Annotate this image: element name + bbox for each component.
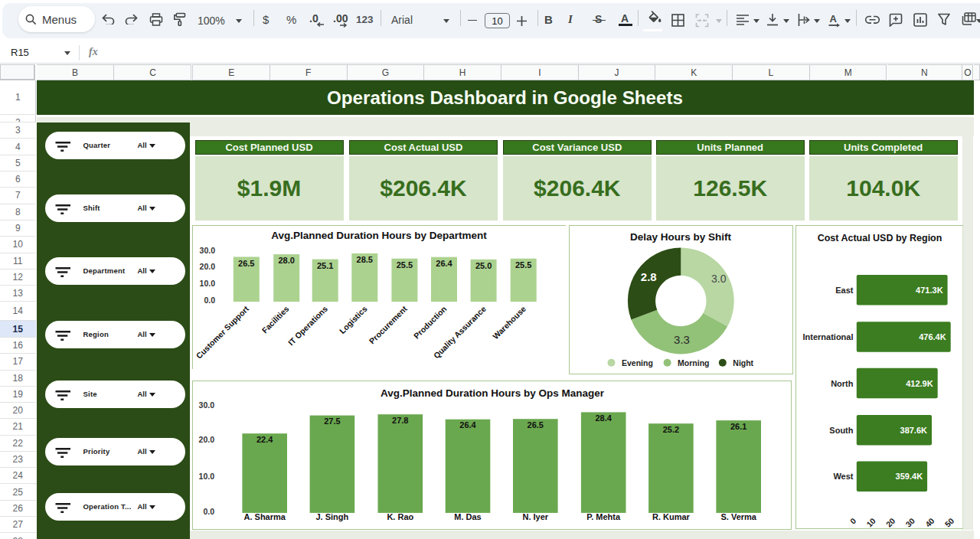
svg-text:2.8: 2.8 [640, 270, 656, 283]
svg-text:0.0: 0.0 [203, 506, 214, 515]
svg-text:26.5: 26.5 [238, 259, 254, 268]
svg-text:25.5: 25.5 [515, 260, 531, 270]
svg-text:10.0: 10.0 [200, 279, 216, 288]
svg-text:28.5: 28.5 [357, 255, 373, 264]
svg-text:26.4: 26.4 [459, 420, 476, 430]
svg-text:20.0: 20.0 [199, 435, 215, 444]
svg-text:K. Rao: K. Rao [387, 512, 413, 521]
svg-text:30.0: 30.0 [200, 246, 216, 255]
svg-text:West: West [833, 472, 853, 481]
svg-text:10.0: 10.0 [199, 472, 215, 481]
svg-text:Avg.Planned Duration Hours by: Avg.Planned Duration Hours by Department [271, 230, 487, 241]
svg-text:A. Sharma: A. Sharma [243, 512, 286, 521]
svg-text:30.0: 30.0 [199, 400, 215, 409]
svg-text:North: North [831, 379, 854, 388]
svg-text:R. Kumar: R. Kumar [652, 512, 691, 521]
svg-text:28.4: 28.4 [595, 413, 612, 423]
svg-text:N. Iyer: N. Iyer [522, 512, 548, 521]
svg-text:3.0: 3.0 [711, 273, 727, 285]
svg-text:28.0: 28.0 [278, 256, 294, 265]
svg-text:25.5: 25.5 [397, 260, 413, 270]
svg-text:Avg.Planned Duration Hours by: Avg.Planned Duration Hours by Ops Manage… [381, 387, 605, 399]
svg-text:Evening: Evening [622, 358, 653, 368]
svg-text:M. Das: M. Das [454, 512, 481, 521]
svg-text:25.2: 25.2 [663, 424, 679, 433]
svg-text:International: International [802, 332, 853, 341]
svg-text:Cost Actual USD by Region: Cost Actual USD by Region [817, 233, 942, 243]
svg-text:27.5: 27.5 [324, 416, 340, 426]
svg-text:Delay Hours by Shift: Delay Hours by Shift [629, 231, 731, 243]
svg-text:387.6K: 387.6K [900, 426, 927, 435]
svg-text:412.9K: 412.9K [906, 379, 933, 388]
svg-text:471.3K: 471.3K [916, 286, 943, 295]
svg-text:Morning: Morning [678, 358, 709, 368]
svg-text:26.5: 26.5 [528, 420, 544, 429]
svg-text:P. Mehta: P. Mehta [586, 512, 621, 521]
svg-text:22.4: 22.4 [256, 434, 273, 443]
svg-text:A: A [830, 13, 838, 24]
svg-text:20.0: 20.0 [200, 262, 216, 271]
svg-text:J. Singh: J. Singh [316, 512, 349, 521]
svg-text:26.4: 26.4 [436, 259, 452, 268]
svg-text:3.3: 3.3 [674, 333, 690, 346]
svg-text:0.0: 0.0 [204, 296, 215, 305]
svg-text:East: East [835, 286, 854, 295]
svg-text:25.1: 25.1 [317, 261, 333, 270]
svg-text:Night: Night [733, 358, 753, 368]
svg-text:South: South [829, 426, 853, 435]
svg-text:359.4K: 359.4K [895, 472, 923, 481]
svg-text:27.8: 27.8 [392, 415, 408, 424]
svg-text:25.0: 25.0 [475, 261, 492, 270]
svg-text:S. Verma: S. Verma [720, 512, 756, 521]
svg-text:26.1: 26.1 [730, 421, 746, 430]
svg-text:476.4K: 476.4K [919, 332, 946, 341]
